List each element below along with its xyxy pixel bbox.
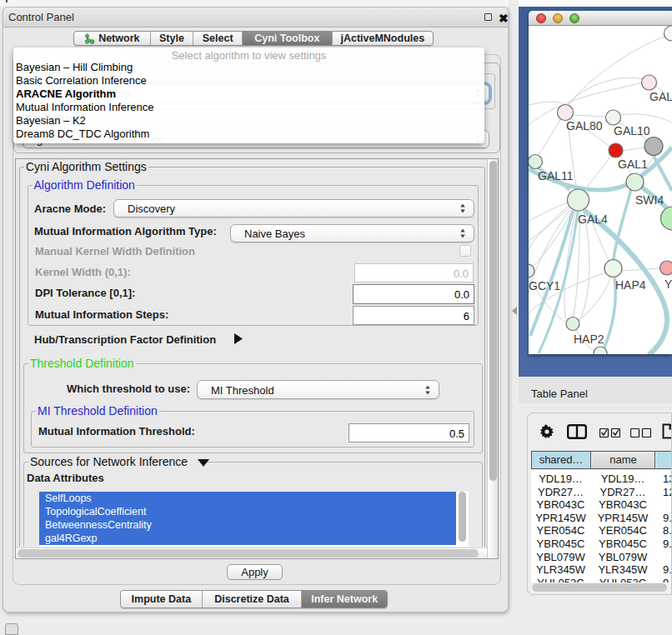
svg-text:GAL7: GAL7 — [649, 90, 672, 103]
svg-text:GAL10: GAL10 — [614, 124, 650, 138]
svg-text:GAL80: GAL80 — [566, 119, 603, 132]
svg-text:GAL4: GAL4 — [578, 212, 608, 226]
svg-text:GAL1: GAL1 — [618, 158, 648, 171]
svg-text:Y: Y — [664, 278, 672, 291]
svg-text:GCY1: GCY1 — [529, 279, 560, 292]
svg-text:SWI4: SWI4 — [635, 193, 664, 207]
svg-text:GAL11: GAL11 — [538, 169, 574, 182]
svg-text:HAP2: HAP2 — [574, 332, 604, 346]
svg-text:HAP4: HAP4 — [615, 278, 646, 292]
